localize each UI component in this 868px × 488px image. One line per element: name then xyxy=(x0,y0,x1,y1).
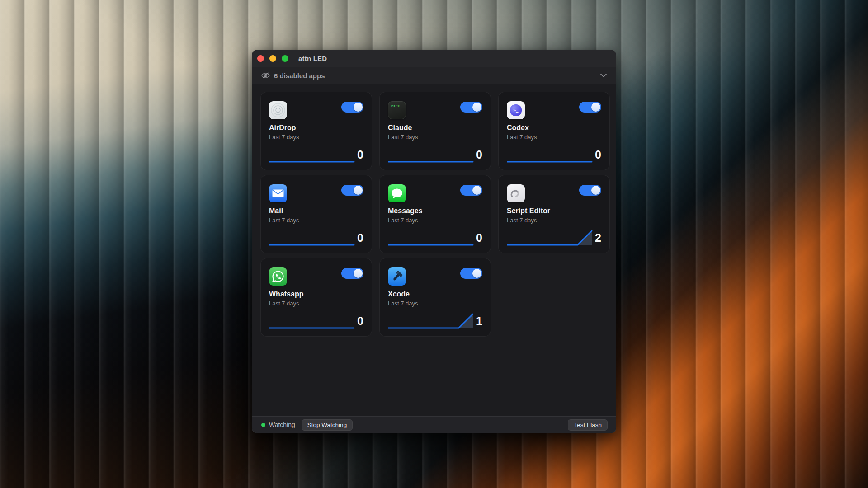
app-name: Claude xyxy=(388,124,412,132)
app-card-xcode: Xcode Last 7 days 1 xyxy=(379,258,491,337)
activity-sparkline xyxy=(388,229,475,247)
app-period-label: Last 7 days xyxy=(507,217,537,224)
app-count: 0 xyxy=(357,149,363,160)
app-count: 0 xyxy=(476,149,482,160)
whatsapp-enabled-toggle[interactable] xyxy=(341,268,363,279)
app-name: Whatsapp xyxy=(269,290,303,298)
app-grid: AirDrop Last 7 days 0 exec Claude Last 7… xyxy=(260,92,610,337)
activity-sparkline xyxy=(269,229,356,247)
disabled-apps-disclosure[interactable]: 6 disabled apps xyxy=(252,67,616,84)
activity-sparkline xyxy=(269,145,356,164)
claude-enabled-toggle[interactable] xyxy=(460,102,482,113)
app-period-label: Last 7 days xyxy=(388,134,418,141)
app-card-scripteditor: Script Editor Last 7 days 2 xyxy=(498,175,610,253)
app-period-label: Last 7 days xyxy=(388,300,418,307)
eye-slash-icon xyxy=(261,72,270,79)
app-card-codex: >_ Codex Last 7 days 0 xyxy=(498,92,610,170)
messages-app-icon xyxy=(388,184,406,202)
app-name: Messages xyxy=(388,207,423,215)
toggle-knob xyxy=(354,269,363,278)
toggle-knob xyxy=(472,186,481,195)
window-title: attn LED xyxy=(298,55,327,62)
activity-sparkline xyxy=(507,145,594,164)
app-card-mail: Mail Last 7 days 0 xyxy=(260,175,372,253)
app-count: 0 xyxy=(357,232,363,244)
window-titlebar: attn LED xyxy=(252,50,616,67)
app-name: Xcode xyxy=(388,290,410,298)
toggle-knob xyxy=(354,186,363,195)
window-footer: Watching Stop Watching Test Flash xyxy=(252,416,616,433)
app-count: 0 xyxy=(595,149,601,160)
app-name: AirDrop xyxy=(269,124,296,132)
app-name: Codex xyxy=(507,124,529,132)
minimize-button[interactable] xyxy=(269,55,276,62)
claude-terminal-app-icon: exec xyxy=(388,101,406,119)
disabled-apps-count-label: 6 disabled apps xyxy=(274,72,600,80)
mail-enabled-toggle[interactable] xyxy=(341,185,363,196)
app-name: Mail xyxy=(269,207,283,215)
toggle-knob xyxy=(591,103,600,112)
attn-led-window: attn LED 6 disabled apps AirDrop Last 7 … xyxy=(252,50,616,433)
app-period-label: Last 7 days xyxy=(507,134,537,141)
window-content: AirDrop Last 7 days 0 exec Claude Last 7… xyxy=(252,84,616,416)
codex-enabled-toggle[interactable] xyxy=(579,102,601,113)
app-count: 0 xyxy=(357,315,363,327)
watching-status-label: Watching xyxy=(269,421,295,428)
app-card-airdrop: AirDrop Last 7 days 0 xyxy=(260,92,372,170)
app-card-messages: Messages Last 7 days 0 xyxy=(379,175,491,253)
app-count: 1 xyxy=(476,315,482,327)
xcode-app-icon xyxy=(388,267,406,286)
app-period-label: Last 7 days xyxy=(269,300,299,307)
scripteditor-enabled-toggle[interactable] xyxy=(579,185,601,196)
app-count: 2 xyxy=(595,232,601,244)
watching-status-dot xyxy=(261,423,265,427)
chevron-down-icon[interactable] xyxy=(600,74,607,77)
whatsapp-app-icon xyxy=(269,267,287,286)
app-period-label: Last 7 days xyxy=(269,134,299,141)
toggle-knob xyxy=(472,269,481,278)
script-editor-app-icon xyxy=(507,184,525,202)
traffic-lights xyxy=(257,55,288,62)
toggle-knob xyxy=(472,103,481,112)
stop-watching-button[interactable]: Stop Watching xyxy=(302,419,353,431)
airdrop-enabled-toggle[interactable] xyxy=(341,102,363,113)
activity-sparkline xyxy=(388,312,475,330)
app-name: Script Editor xyxy=(507,207,550,215)
app-count: 0 xyxy=(476,232,482,244)
toggle-knob xyxy=(591,186,600,195)
app-period-label: Last 7 days xyxy=(388,217,418,224)
messages-enabled-toggle[interactable] xyxy=(460,185,482,196)
app-card-whatsapp: Whatsapp Last 7 days 0 xyxy=(260,258,372,337)
codex-app-icon: >_ xyxy=(507,101,525,119)
mail-app-icon xyxy=(269,184,287,202)
airdrop-app-icon xyxy=(269,101,287,119)
activity-sparkline xyxy=(388,145,475,164)
activity-sparkline xyxy=(269,312,356,330)
app-card-claude: exec Claude Last 7 days 0 xyxy=(379,92,491,170)
test-flash-button[interactable]: Test Flash xyxy=(568,419,608,431)
activity-sparkline xyxy=(507,229,594,247)
xcode-enabled-toggle[interactable] xyxy=(460,268,482,279)
close-button[interactable] xyxy=(257,55,264,62)
app-period-label: Last 7 days xyxy=(269,217,299,224)
toggle-knob xyxy=(354,103,363,112)
zoom-button[interactable] xyxy=(282,55,288,62)
